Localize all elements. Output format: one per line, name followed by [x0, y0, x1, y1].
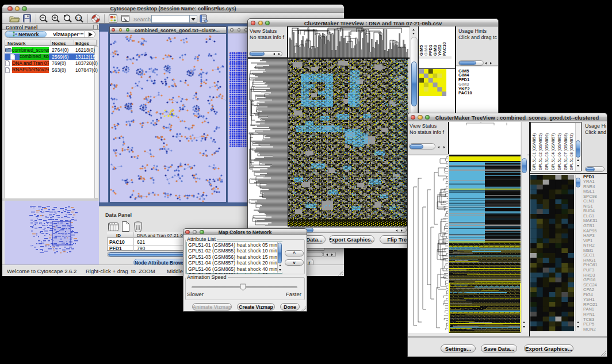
svg-text:1:1: 1:1	[76, 17, 81, 20]
